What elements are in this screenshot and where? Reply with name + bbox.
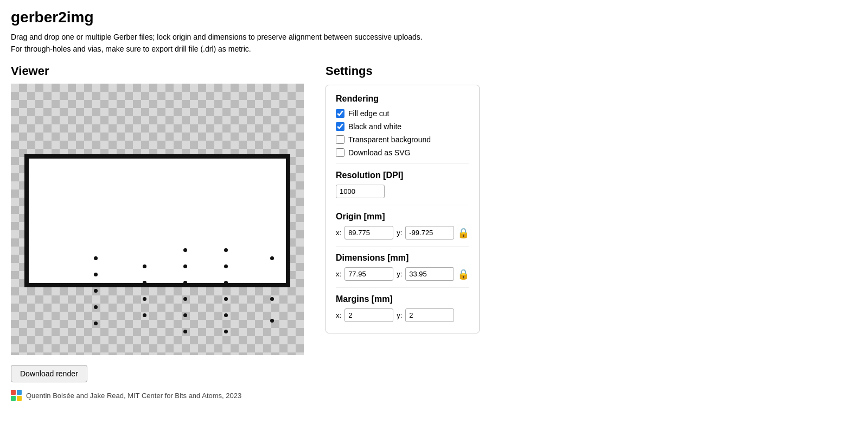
pcb-dot <box>143 313 146 317</box>
pcb-dot <box>224 248 228 252</box>
margins-y-input[interactable] <box>405 308 454 322</box>
pcb-dot <box>143 281 146 285</box>
dimensions-label: Dimensions [mm] <box>336 253 469 263</box>
pcb-dot <box>94 256 98 260</box>
origin-y-label: y: <box>397 229 402 237</box>
app-title: gerber2img <box>11 9 857 26</box>
footer: Quentin Bolsée and Jake Read, MIT Center… <box>11 390 304 401</box>
dimensions-x-input[interactable] <box>344 267 393 281</box>
fill-edge-cut-row[interactable]: Fill edge cut <box>336 109 469 118</box>
download-render-button[interactable]: Download render <box>11 365 87 382</box>
black-and-white-checkbox[interactable] <box>336 122 344 131</box>
dimensions-lock-icon[interactable]: 🔒 <box>457 268 469 280</box>
pcb-dot <box>94 273 98 276</box>
pcb-dot <box>270 319 274 323</box>
origin-x-label: x: <box>336 229 341 237</box>
pcb-dot <box>94 321 98 325</box>
settings-title: Settings <box>326 64 480 78</box>
download-svg-label: Download as SVG <box>348 148 410 157</box>
pcb-dot <box>183 297 187 301</box>
pcb-dot <box>143 264 146 268</box>
black-and-white-label: Black and white <box>348 122 401 131</box>
dimensions-y-input[interactable] <box>405 267 454 281</box>
subtitle1: Drag and drop one or multiple Gerber fil… <box>11 33 857 41</box>
resolution-input[interactable] <box>336 185 385 198</box>
logo-cell-green <box>11 396 16 401</box>
pcb-dot <box>224 264 228 268</box>
origin-lock-icon[interactable]: 🔒 <box>457 227 469 239</box>
pcb-display <box>24 154 290 287</box>
margins-label: Margins [mm] <box>336 294 469 304</box>
dimensions-x-label: x: <box>336 270 341 278</box>
margins-y-label: y: <box>397 311 402 319</box>
download-svg-checkbox[interactable] <box>336 148 344 157</box>
footer-logo <box>11 390 22 401</box>
pcb-dot <box>183 313 187 317</box>
pcb-dot <box>224 330 228 333</box>
transparent-bg-label: Transparent background <box>348 135 431 144</box>
fill-edge-cut-checkbox[interactable] <box>336 109 344 118</box>
dimensions-y-label: y: <box>397 270 402 278</box>
pcb-dot <box>183 330 187 333</box>
pcb-dot <box>224 297 228 301</box>
pcb-dot <box>183 248 187 252</box>
viewer-title: Viewer <box>11 64 304 78</box>
download-svg-row[interactable]: Download as SVG <box>336 148 469 157</box>
resolution-label: Resolution [DPI] <box>336 171 469 180</box>
rendering-label: Rendering <box>336 94 469 104</box>
origin-y-input[interactable] <box>405 226 454 239</box>
pcb-dot <box>143 297 146 301</box>
pcb-dot <box>183 264 187 268</box>
transparent-bg-checkbox[interactable] <box>336 135 344 144</box>
pcb-dot <box>183 281 187 285</box>
pcb-dot <box>270 256 274 260</box>
origin-label: Origin [mm] <box>336 212 469 222</box>
footer-text: Quentin Bolsée and Jake Read, MIT Center… <box>26 392 241 400</box>
logo-cell-yellow <box>17 396 22 401</box>
margins-x-label: x: <box>336 311 341 319</box>
pcb-dot <box>270 297 274 301</box>
origin-x-input[interactable] <box>344 226 393 239</box>
logo-cell-red <box>11 390 16 395</box>
viewer-box <box>11 84 304 355</box>
pcb-dot <box>224 281 228 285</box>
logo-cell-blue <box>17 390 22 395</box>
pcb-dot <box>94 305 98 309</box>
transparent-bg-row[interactable]: Transparent background <box>336 135 469 144</box>
settings-box: Rendering Fill edge cut Black and white … <box>326 85 480 333</box>
black-and-white-row[interactable]: Black and white <box>336 122 469 131</box>
subtitle2: For through-holes and vias, make sure to… <box>11 45 857 53</box>
margins-x-input[interactable] <box>344 308 393 322</box>
pcb-dot <box>94 289 98 293</box>
fill-edge-cut-label: Fill edge cut <box>348 109 389 118</box>
pcb-dot <box>224 313 228 317</box>
